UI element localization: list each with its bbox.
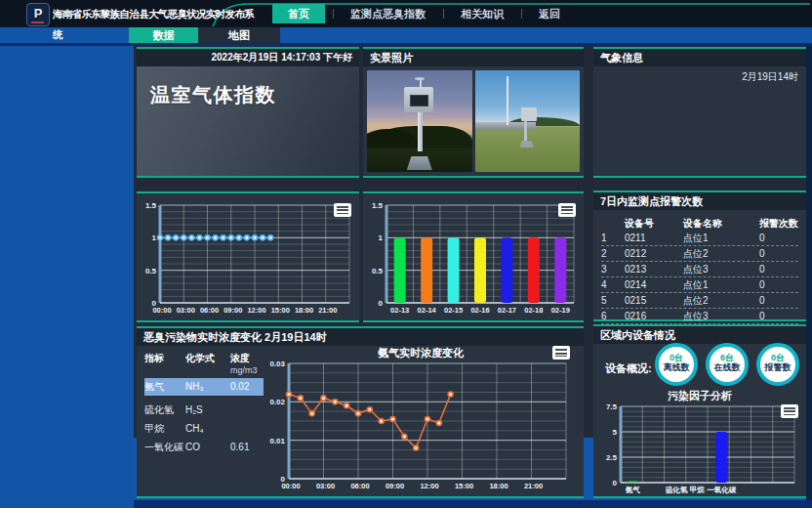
alarm-table-row[interactable]: 50215点位20 [601,293,798,309]
light-pole [507,76,508,125]
alarm-count: 0台 [760,353,795,362]
chart-menu-button[interactable] [781,404,798,418]
svg-text:15:00: 15:00 [455,482,473,490]
svg-text:02-14: 02-14 [418,306,437,315]
alarm-table-title: 7日内监测点报警次数 [593,192,806,210]
svg-text:00:00: 00:00 [281,482,300,490]
station-cabinet [404,87,433,112]
chart-menu-button[interactable] [558,203,576,217]
svg-text:一氧化碳: 一氧化碳 [707,486,737,494]
alarm-label: 报警数 [760,362,795,373]
nav-item-knowledge[interactable]: 相关知识 [443,4,521,23]
station-cabinet [521,107,537,121]
offline-label: 离线数 [659,362,694,373]
greenhouse-headline: 温室气体指数 [137,66,359,108]
stat-offline-count: 0台 离线数 [655,343,698,386]
chart-menu-button[interactable] [334,203,351,217]
offline-count: 0台 [659,353,694,362]
station-base [407,156,432,170]
pollutant-row-CH₄[interactable]: 甲烷CH₄ [144,421,264,437]
svg-text:0.03: 0.03 [269,360,285,368]
svg-text:氨气: 氨气 [625,486,641,494]
col-concentration: 浓度mg/m3 [230,352,264,375]
online-count: 6台 [710,353,745,362]
app-logo: P [26,3,50,26]
svg-text:09:00: 09:00 [223,306,242,315]
svg-text:2.5: 2.5 [606,453,618,462]
nav-item-home[interactable]: 首页 [272,4,325,23]
station-antenna-disc [415,77,425,80]
chart-menu-button[interactable] [552,346,570,360]
photo-station-field [475,70,581,172]
svg-text:18:00: 18:00 [489,482,508,490]
col-formula: 化学式 [185,352,230,375]
alarm-table-header: 设备号 设备名称 报警次数 [601,216,798,231]
svg-text:02-15: 02-15 [444,306,463,315]
svg-text:02-18: 02-18 [524,306,543,315]
nh3-realtime-chart: 00.010.020.0300:0003:0006:0009:0012:0015… [262,360,580,494]
alarm-table-body: 10211点位1020212点位2030213点位3040214点位105021… [601,231,798,324]
devices-title: 区域内设备情况 [593,326,806,344]
panel-photos: 实景照片 [363,47,584,178]
svg-text:1.5: 1.5 [145,201,157,210]
stat-online-count: 6台 在线数 [706,343,749,386]
panel-alarm-table: 7日内监测点报警次数 设备号 设备名称 报警次数 10211点位1020212点… [593,190,806,321]
menu-lines-icon [784,407,795,415]
menu-lines-icon [337,206,348,214]
svg-text:1: 1 [379,233,384,242]
pollutant-row-H₂S[interactable]: 硫化氢H₂S [144,402,264,418]
svg-text:0.01: 0.01 [269,437,285,445]
panel-greenhouse-chart: 00.511.500:0003:0006:0009:0012:0015:0018… [137,191,359,322]
svg-text:5: 5 [613,428,618,437]
svg-text:02-17: 02-17 [498,306,516,315]
dashboard: P 海南省乐东黎族自治县大气恶臭状况实时发布系统 首页 监测点恶臭指数 相关知识… [0,0,812,508]
alarm-table-row[interactable]: 10211点位10 [601,231,798,246]
station-screen [410,95,428,106]
alarm-table-row[interactable]: 60216点位30 [601,309,798,324]
alarm-table-row[interactable]: 40214点位10 [601,277,798,293]
pollutant-row-CO[interactable]: 一氧化碳CO0.61 [144,440,264,455]
svg-text:1: 1 [152,233,157,242]
greenhouse-panel-body: 温室气体指数 [137,66,359,176]
svg-text:06:00: 06:00 [200,306,219,315]
svg-text:12:00: 12:00 [247,306,265,315]
unit-label: mg/m3 [230,365,264,375]
panel-weather: 气象信息 2月19日14时 [593,47,806,178]
photo-station-sunset [367,70,472,172]
station-base [520,141,534,148]
svg-text:02-16: 02-16 [470,306,489,315]
svg-text:21:00: 21:00 [318,306,337,315]
pollutant-row-NH₃[interactable]: 氨气NH₃0.02 [144,378,264,396]
nav-item-back[interactable]: 返回 [521,4,578,23]
pollutants-title: 恶臭污染物实时浓度变化 2月19日14时 [137,328,584,346]
nav-menu: 首页 监测点恶臭指数 相关知识 返回 [272,0,578,27]
col-device-id: 设备号 [625,217,683,231]
pollutant-table: 指标 化学式 浓度mg/m3 氨气NH₃0.02硫化氢H₂S甲烷CH₄一氧化碳C… [144,352,264,455]
pollution-factor-chart: 02.557.5氨气硫化氢甲烷一氧化碳 [599,402,800,494]
nav-item-odor-index[interactable]: 监测点恶臭指数 [333,4,443,23]
logo-red-mark [31,21,44,23]
right-edge-strip [806,46,812,508]
pollutant-table-body: 氨气NH₃0.02硫化氢H₂S甲烷CH₄一氧化碳CO0.61 [144,378,264,455]
panel-pollutants: 恶臭污染物实时浓度变化 2月19日14时 指标 化学式 浓度mg/m3 氨气NH… [137,326,584,498]
svg-text:硫化氢: 硫化氢 [666,486,688,494]
svg-text:1.5: 1.5 [372,201,384,210]
device-overview-label: 设备概况: [605,361,652,376]
alarm-table-row[interactable]: 20212点位20 [601,246,798,262]
app-logo-glyph: P [34,6,43,21]
col-alarm-count: 报警次数 [759,217,798,231]
stat-alarm-count: 0台 报警数 [756,343,799,386]
svg-text:02-13: 02-13 [390,306,409,315]
menu-lines-icon [561,206,573,214]
top-navbar: P 海南省乐东黎族自治县大气恶臭状况实时发布系统 首页 监测点恶臭指数 相关知识… [0,0,812,27]
alarm-table-row[interactable]: 30213点位30 [601,262,798,277]
station-pole [524,119,527,142]
daily-index-chart: 00.511.502-1302-1402-1502-1602-1702-1802… [363,197,582,318]
svg-text:06:00: 06:00 [350,482,369,490]
svg-text:7.5: 7.5 [606,402,618,411]
pollutant-table-header: 指标 化学式 浓度mg/m3 [144,352,264,375]
col-indicator: 指标 [144,352,185,375]
online-label: 在线数 [710,362,745,373]
svg-text:02-19: 02-19 [551,306,570,315]
nh3-chart-wrapper: 氨气实时浓度变化 00.010.020.0300:0003:0006:0009:… [262,346,580,494]
